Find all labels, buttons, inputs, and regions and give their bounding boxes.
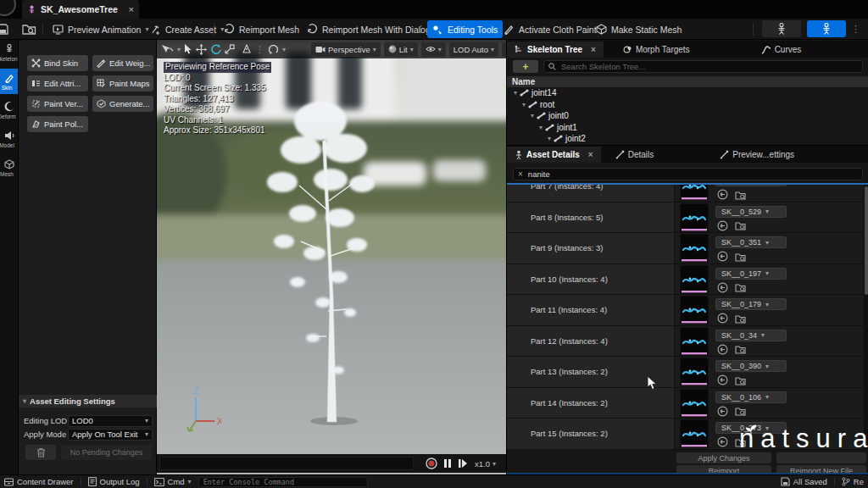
use-selected-icon[interactable] xyxy=(717,436,728,447)
snap-options-icon[interactable]: ⋮ xyxy=(255,44,264,55)
expand-arrow-icon[interactable]: ▾ xyxy=(539,124,542,131)
part-mesh-dropdown[interactable]: SK__0_34▾ xyxy=(715,330,787,341)
mode-tab-model[interactable]: Model xyxy=(0,126,19,152)
use-selected-icon[interactable] xyxy=(717,282,728,293)
use-selected-icon[interactable] xyxy=(717,344,728,355)
perspective-dropdown[interactable]: Perspective ▾ xyxy=(311,42,381,57)
chevron-down-icon[interactable]: ▾ xyxy=(177,46,181,53)
part-mesh-thumbnail[interactable] xyxy=(680,203,709,232)
use-selected-icon[interactable] xyxy=(717,220,728,231)
part-row[interactable]: Part 10 (Instances: 4)SK__0_197▾ xyxy=(507,264,864,296)
part-row[interactable]: Part 8 (Instances: 5)SK__0_529▾ xyxy=(507,202,864,234)
rotate-tool-icon[interactable] xyxy=(210,44,221,55)
parts-scrollbar-thumb[interactable] xyxy=(865,186,868,295)
move-tool-icon[interactable] xyxy=(196,44,207,55)
joint-tree-row[interactable]: ▾joint14 xyxy=(507,87,868,99)
console-command-input[interactable] xyxy=(198,477,368,487)
revision-control-button[interactable]: Re xyxy=(842,477,864,486)
tab-curves[interactable]: Curves xyxy=(754,42,810,58)
use-selected-icon[interactable] xyxy=(717,313,728,324)
mode-tab-mesh[interactable]: Mesh xyxy=(0,155,19,180)
save-icon[interactable] xyxy=(0,23,9,36)
timeline-scrubber[interactable] xyxy=(159,457,414,470)
activate-cloth-paint-button[interactable]: Activate Cloth Paint xyxy=(498,20,602,38)
skeleton-search-field[interactable] xyxy=(543,60,863,73)
browse-icon[interactable] xyxy=(735,190,747,200)
part-mesh-thumbnail[interactable] xyxy=(680,185,709,201)
content-drawer-button[interactable]: Content Drawer xyxy=(4,477,74,486)
part-mesh-dropdown[interactable]: SK__0_179▾ xyxy=(715,298,787,310)
tab-details[interactable]: Details xyxy=(608,147,662,163)
asset-editing-settings-header[interactable]: ▾ Asset Editing Settings xyxy=(19,395,157,408)
tab-morph-targets[interactable]: Morph Targets xyxy=(615,42,698,58)
browse-icon[interactable] xyxy=(735,375,747,385)
tool-button-bind-skin[interactable]: Bind Skin xyxy=(27,55,88,71)
browse-content-icon[interactable] xyxy=(22,22,36,36)
apply-mode-dropdown[interactable]: Apply On Tool Exit ▾ xyxy=(68,429,153,441)
part-mesh-thumbnail[interactable] xyxy=(680,358,709,386)
skeleton-options-icon[interactable]: ⋮ xyxy=(851,24,860,35)
joint-tree-row[interactable]: ▾joint2 xyxy=(507,133,868,145)
part-mesh-thumbnail[interactable] xyxy=(680,265,709,294)
reimport-mesh-options-icon[interactable]: ⋮ xyxy=(291,24,300,35)
details-search-field[interactable]: × xyxy=(513,168,863,180)
3d-viewport[interactable]: ▾ ⋮ ▾ xyxy=(157,40,506,474)
show-flags-dropdown[interactable]: ▾ xyxy=(421,42,446,57)
part-row[interactable]: Part 9 (Instances: 3)SK__0_351▾ xyxy=(507,233,864,264)
joint-tree-row[interactable]: ▾root xyxy=(507,99,868,111)
mode-tab-deform[interactable]: Deform xyxy=(0,97,19,123)
browse-icon[interactable] xyxy=(735,252,747,262)
use-selected-icon[interactable] xyxy=(717,374,728,385)
skeleton-search-input[interactable] xyxy=(559,61,858,72)
editing-lod-dropdown[interactable]: LOD0 ▾ xyxy=(68,415,153,427)
close-icon[interactable]: × xyxy=(588,150,593,159)
tool-button-edit-weights[interactable]: Edit Weig... xyxy=(92,55,153,71)
record-button[interactable] xyxy=(426,458,437,469)
mode-tab-skin[interactable]: Skin xyxy=(0,69,19,94)
make-static-mesh-button[interactable]: Make Static Mesh xyxy=(591,20,687,38)
reimport-dialog-options-icon[interactable]: ⋮ xyxy=(416,24,426,35)
tool-button-paint-polygons[interactable]: Paint Pol... xyxy=(27,116,88,132)
part-mesh-dropdown[interactable]: SK__0_106▾ xyxy=(715,391,787,403)
mode-tab-skeleton[interactable]: Skeleton xyxy=(0,40,19,65)
step-forward-button[interactable] xyxy=(458,458,468,469)
tool-button-edit-attributes[interactable]: Edit Attri... xyxy=(27,75,88,92)
part-mesh-dropdown[interactable]: SK__0_529▾ xyxy=(715,206,787,218)
part-mesh-thumbnail[interactable] xyxy=(680,327,709,356)
tool-button-paint-vertices[interactable]: Paint Ver... xyxy=(27,96,88,112)
browse-icon[interactable] xyxy=(735,344,747,354)
part-mesh-thumbnail[interactable] xyxy=(680,234,709,263)
output-log-button[interactable]: Output Log xyxy=(88,477,140,486)
part-row[interactable]: Part 12 (Instances: 4)SK__0_34▾ xyxy=(507,326,864,358)
joint-tree-row[interactable]: ▾joint1 xyxy=(507,122,868,134)
part-mesh-dropdown[interactable]: SK__0_390▾ xyxy=(715,360,787,372)
editor-logo-icon[interactable] xyxy=(0,0,16,16)
select-tool-icon[interactable] xyxy=(184,44,192,54)
part-row[interactable]: Part 14 (Instances: 2)SK__0_106▾ xyxy=(507,388,864,419)
preview-animation-button[interactable]: Preview Animation ▾ xyxy=(47,20,153,38)
expand-arrow-icon[interactable]: ▾ xyxy=(514,89,517,97)
show-edited-skeleton-button[interactable] xyxy=(807,20,846,37)
tool-button-paint-maps[interactable]: Paint Maps xyxy=(92,75,153,92)
viewport-options-icon[interactable] xyxy=(160,44,174,54)
browse-icon[interactable] xyxy=(735,220,747,230)
part-mesh-thumbnail[interactable] xyxy=(680,389,709,418)
pause-button[interactable] xyxy=(443,458,452,469)
expand-arrow-icon[interactable]: ▾ xyxy=(531,112,534,119)
part-mesh-thumbnail[interactable] xyxy=(680,419,709,448)
discard-changes-button[interactable] xyxy=(25,445,56,460)
clear-search-icon[interactable]: × xyxy=(518,169,523,179)
part-row[interactable]: Part 13 (Instances: 2)SK__0_390▾ xyxy=(507,357,864,388)
close-icon[interactable]: × xyxy=(591,45,596,54)
editing-tools-button[interactable]: Editing Tools xyxy=(427,20,503,38)
grid-snap-icon[interactable] xyxy=(242,44,252,54)
create-asset-button[interactable]: Create Asset ▾ xyxy=(146,20,229,38)
playback-speed-dropdown[interactable]: x1.0 ▾ xyxy=(475,459,496,469)
all-saved-indicator[interactable]: All Saved xyxy=(781,477,827,486)
use-selected-icon[interactable] xyxy=(717,189,728,200)
tool-button-generate[interactable]: Generate... xyxy=(92,96,153,112)
rotation-snap-icon[interactable] xyxy=(268,44,279,55)
tab-preview-settings[interactable]: Preview...ettings xyxy=(712,147,802,163)
asset-tab[interactable]: SK_AwesomeTree × xyxy=(22,0,139,19)
add-bone-button[interactable]: + xyxy=(513,60,538,73)
